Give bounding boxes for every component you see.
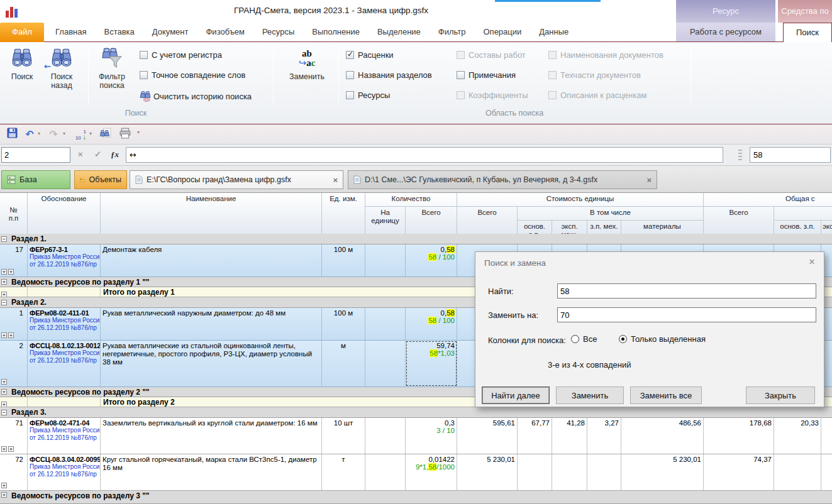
search-filter-button[interactable]: Фильтр поиска: [93, 46, 131, 104]
find-button[interactable]: Поиск: [5, 46, 39, 104]
cell-basis[interactable]: ФЕРм08-02-471-04 Приказ Минстроя Россиио…: [28, 418, 101, 454]
cell-unit-cost-materials[interactable]: 486,56: [621, 418, 704, 454]
cell-total-base[interactable]: [774, 454, 821, 490]
tab-document-inactive[interactable]: D:\1 Сме...\ЭС Гулькевичский, п Кубань, …: [348, 170, 657, 189]
cell-total-exp[interactable]: [821, 454, 832, 490]
cell-reference-input[interactable]: [1, 147, 70, 163]
sort-dropdown-icon[interactable]: ▾: [89, 131, 92, 136]
collapse-icon[interactable]: [1, 300, 7, 305]
close-icon[interactable]: ×: [809, 256, 815, 267]
tab-objects[interactable]: Объекты: [74, 170, 127, 189]
cell-unit[interactable]: 10 шт: [322, 418, 365, 454]
tab-base[interactable]: База: [1, 170, 70, 189]
cell-unit-cost-materials[interactable]: 5 230,01: [621, 454, 704, 490]
tab-dokument[interactable]: Документ: [143, 23, 197, 42]
cell-name[interactable]: Заземлитель вертикальный из круглой стал…: [101, 418, 322, 454]
cell-unit-cost-total[interactable]: 5 230,01: [457, 454, 518, 490]
radio-all-columns[interactable]: Все: [571, 334, 597, 344]
cell-qty-per-unit[interactable]: [365, 308, 406, 340]
cell-qty-total[interactable]: 0,01422 9*1,58/1000: [406, 454, 457, 490]
cell-unit[interactable]: т: [322, 454, 365, 490]
tab-file[interactable]: Файл: [0, 23, 44, 42]
checkbox-nazvaniya-razdelov[interactable]: Названия разделов: [346, 70, 432, 80]
cell-qty-per-unit[interactable]: [365, 244, 406, 277]
find-input[interactable]: [557, 283, 816, 299]
expand-icon[interactable]: [1, 379, 7, 385]
close-tab-icon[interactable]: ×: [329, 175, 338, 185]
cell-total-cost[interactable]: 178,68: [704, 418, 774, 454]
section-row[interactable]: Раздел 3.: [0, 407, 832, 418]
cell-qty-total-selected[interactable]: 59,74 58*1,03: [406, 341, 457, 386]
splitter-handle[interactable]: [738, 150, 742, 161]
redo-icon[interactable]: ↷: [47, 128, 60, 141]
cell-name[interactable]: Демонтаж кабеля: [101, 244, 322, 277]
cell-unit-cost-base[interactable]: 67,77: [518, 418, 552, 454]
tab-fizobem[interactable]: Физобъем: [197, 23, 253, 42]
collapse-icon[interactable]: [1, 236, 7, 242]
search-value-input[interactable]: [750, 147, 831, 163]
checkbox-primechaniya[interactable]: Примечания: [457, 70, 516, 80]
checkbox-case-sensitive[interactable]: С учетом регистра: [140, 50, 222, 60]
cell-unit-cost-base[interactable]: [518, 454, 552, 490]
checkbox-rascenki[interactable]: Расценки: [346, 50, 394, 60]
cell-total-base[interactable]: 20,33: [774, 418, 821, 454]
print-icon[interactable]: [118, 128, 132, 141]
tab-dannye[interactable]: Данные: [530, 23, 577, 42]
replace-button[interactable]: Заменить: [556, 386, 624, 404]
expand-icon[interactable]: [1, 332, 7, 338]
tab-rabota-s-resursom[interactable]: Работа с ресурсом: [676, 23, 775, 41]
cell-unit-cost-total[interactable]: 595,61: [457, 418, 518, 454]
cell-unit-cost-mech[interactable]: 3,27: [587, 418, 621, 454]
cell-name[interactable]: Рукава металлические из стальной оцинков…: [101, 341, 322, 386]
cell-row-number[interactable]: 17: [0, 244, 28, 277]
cell-empty[interactable]: [28, 287, 101, 297]
cell-unit-cost-mech[interactable]: [587, 454, 621, 490]
tab-filtr[interactable]: Фильтр: [430, 23, 475, 42]
cell-row-number[interactable]: 1: [0, 308, 28, 340]
expand-icon[interactable]: [1, 483, 7, 488]
expand-icon[interactable]: [8, 446, 14, 452]
cell-unit[interactable]: 100 м: [322, 244, 365, 277]
cell-name[interactable]: Рукав металлический наружным диаметром: …: [101, 308, 322, 340]
table-row-item[interactable]: 72 ФССЦ-08.3.04.02-0095 Приказ Минстроя …: [0, 454, 832, 491]
replace-button[interactable]: ab↪ac Заменить: [282, 46, 332, 104]
collapse-icon[interactable]: [1, 410, 7, 415]
formula-input[interactable]: [126, 147, 723, 163]
cell-row-number[interactable]: 2: [0, 341, 28, 386]
cell-qty-total[interactable]: 0,58 58 / 100: [406, 308, 457, 340]
radio-selected-column[interactable]: Только выделенная: [619, 334, 706, 344]
cell-expand[interactable]: [0, 397, 28, 407]
expand-icon[interactable]: [1, 492, 7, 498]
expand-icon[interactable]: [1, 402, 7, 407]
cell-empty[interactable]: [28, 397, 101, 407]
resources-summary-row[interactable]: Ведомость ресурсов по разделу 3 "": [0, 491, 832, 504]
cell-qty-per-unit[interactable]: [365, 341, 406, 386]
cell-unit[interactable]: м: [322, 341, 365, 386]
clear-search-history-button[interactable]: Очистить историю поиска: [140, 90, 252, 102]
find-back-button[interactable]: ← Поиск назад: [43, 46, 80, 104]
cell-total-cost[interactable]: 74,37: [704, 454, 774, 490]
tab-resursy[interactable]: Ресурсы: [253, 23, 303, 42]
expand-icon[interactable]: [8, 332, 14, 338]
expand-icon[interactable]: [1, 279, 7, 285]
expand-icon[interactable]: [1, 269, 7, 275]
table-row-item[interactable]: 71 ФЕРм08-02-471-04 Приказ Минстроя Росс…: [0, 418, 832, 454]
cell-row-number[interactable]: 72: [0, 454, 28, 490]
toolbar-options-icon[interactable]: ▾: [137, 129, 140, 135]
confirm-icon[interactable]: ✓: [94, 150, 101, 159]
cell-qty-per-unit[interactable]: [365, 454, 406, 490]
tab-glavnaya[interactable]: Главная: [47, 23, 95, 42]
replace-all-button[interactable]: Заменить все: [630, 386, 702, 404]
tab-vydelenie[interactable]: Выделение: [369, 23, 430, 42]
close-button[interactable]: Закрыть: [746, 386, 815, 404]
cell-basis[interactable]: ФССЦ-08.1.02.13-0012 Приказ Минстроя Рос…: [28, 341, 101, 386]
cell-basis[interactable]: ФЕРм08-02-411-01 Приказ Минстроя Россиио…: [28, 308, 101, 340]
redo-dropdown-icon[interactable]: ▾: [63, 131, 65, 136]
find-next-button[interactable]: Найти далее: [482, 386, 550, 404]
tab-poisk-active[interactable]: Поиск: [783, 23, 832, 42]
cell-unit-cost-machine[interactable]: 41,28: [552, 418, 587, 454]
close-tab-icon[interactable]: ×: [643, 175, 652, 185]
tab-vypolnenie[interactable]: Выполнение: [303, 23, 369, 42]
section-row[interactable]: Раздел 1.: [0, 234, 832, 244]
checkbox-exact-words[interactable]: Точное совпадение слов: [140, 70, 245, 80]
